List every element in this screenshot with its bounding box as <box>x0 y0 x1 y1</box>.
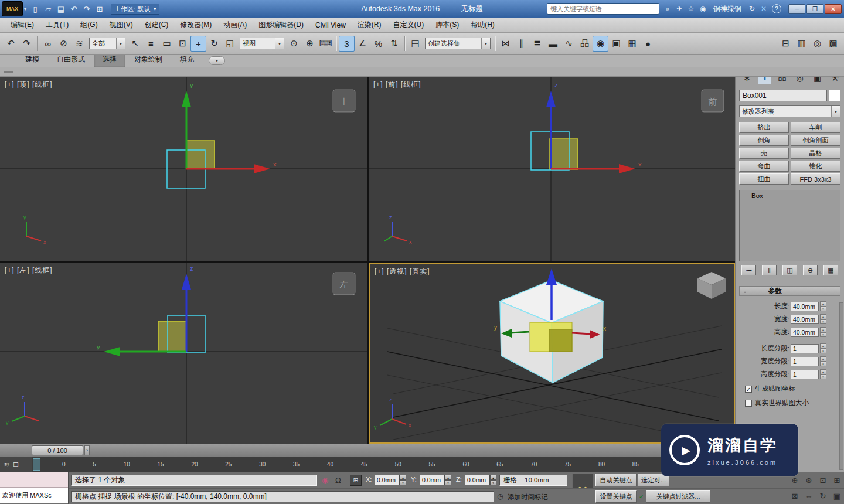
gizmo-z-arrowhead[interactable] <box>182 274 191 290</box>
select-and-rotate-icon[interactable]: ↻ <box>206 36 222 52</box>
spinner-arrows[interactable]: ▴▾ <box>820 369 826 379</box>
modifier-button[interactable]: 弯曲 <box>739 161 789 172</box>
isolate-toggle-icon[interactable]: ◎ <box>809 36 825 52</box>
ribbon-minimize-button[interactable]: ▾ <box>209 56 225 65</box>
viewport-perspective-label[interactable]: [+] [透视] [真实] <box>375 267 430 277</box>
maximize-button[interactable]: ❐ <box>806 4 823 14</box>
time-slider-handle[interactable]: 0 / 100 <box>32 445 83 455</box>
menu-item[interactable]: 编辑(E) <box>5 18 40 32</box>
menu-item[interactable]: 帮助(H) <box>465 18 501 32</box>
save-file-icon[interactable]: ▤ <box>55 2 67 15</box>
modifier-button[interactable]: 壳 <box>739 148 789 159</box>
viewport-perspective[interactable]: [+] [透视] [真实] <box>369 263 735 444</box>
menu-item[interactable]: 工具(T) <box>40 18 74 32</box>
add-time-tag[interactable]: 添加时间标记 <box>508 493 548 502</box>
generate-mapping-coords-checkbox[interactable] <box>745 386 752 393</box>
absolute-mode-icon[interactable]: ⊞ <box>350 475 362 486</box>
orbit-icon[interactable]: ↻ <box>816 488 830 504</box>
rendered-frame-window-icon[interactable]: ▦ <box>624 36 640 52</box>
redo-icon[interactable]: ↷ <box>19 36 35 52</box>
isolate-selection-icon[interactable]: ◉ <box>322 476 328 485</box>
menu-item[interactable]: 创建(C) <box>139 18 175 32</box>
listener-pane[interactable]: 欢迎使用 MAXSc <box>0 488 68 503</box>
ribbon-grip[interactable] <box>4 71 13 73</box>
spinner-arrows[interactable]: ▴▾ <box>820 343 826 353</box>
menu-item[interactable]: 图形编辑器(D) <box>253 18 309 32</box>
menu-item[interactable]: 脚本(S) <box>430 18 465 32</box>
align-icon[interactable]: ∥ <box>513 36 529 52</box>
menu-item[interactable]: 自定义(U) <box>387 18 430 32</box>
logo-caret-icon[interactable]: ▾ <box>24 6 26 12</box>
edit-named-selection-sets-icon[interactable]: ▤ <box>407 36 423 52</box>
search-box[interactable]: ⌕ <box>547 3 659 15</box>
spinner-arrows[interactable]: ▴▾ <box>400 475 406 485</box>
named-selection-sets-dropdown[interactable]: 创建选择集 ▼ <box>425 38 491 49</box>
viewport-left[interactable]: [+] [左] [线框] z y 左 z y <box>0 263 367 444</box>
make-unique-icon[interactable]: ◫ <box>782 265 797 275</box>
modifier-button[interactable]: 晶格 <box>791 148 840 159</box>
modifier-button[interactable]: 扭曲 <box>739 173 789 185</box>
show-end-result-icon[interactable]: ‖ <box>762 265 777 275</box>
search-icon[interactable]: ⌕ <box>547 4 558 12</box>
open-mini-curve-editor-icon[interactable]: ≋ <box>4 461 9 469</box>
select-and-manipulate-icon[interactable]: ⊕ <box>302 36 318 52</box>
selection-filter-dropdown[interactable]: 全部 ▼ <box>89 38 125 49</box>
key-filters-button[interactable]: 关键点过滤器... <box>646 490 710 503</box>
viewport-front-label[interactable]: [+] [前] [线框] <box>373 80 421 90</box>
username[interactable]: 钢神绿钢 <box>713 4 741 14</box>
real-world-map-size-checkbox[interactable] <box>745 400 752 407</box>
gizmo-z-arrowhead[interactable] <box>546 91 556 107</box>
project-folder-icon[interactable]: ⊞ <box>93 2 106 15</box>
menu-item[interactable]: 渲染(R) <box>352 18 387 32</box>
scene-explorer-icon[interactable]: ⊟ <box>778 36 794 52</box>
gizmo-z-arrowhead[interactable] <box>546 268 557 285</box>
spinner-snap-icon[interactable]: ⇅ <box>386 36 402 52</box>
gizmo-x-arrowhead[interactable] <box>254 164 270 173</box>
box-object[interactable] <box>550 139 578 169</box>
box-object[interactable] <box>186 141 215 169</box>
spinner-arrows[interactable]: ▴▾ <box>490 475 496 485</box>
snap-toggle-3d-icon[interactable]: 3 <box>339 36 355 52</box>
ribbon-tab-object-paint[interactable]: 对象绘制 <box>125 53 171 67</box>
gizmo-y-axis[interactable] <box>511 332 529 333</box>
length-field[interactable]: 40.0mm <box>791 302 819 311</box>
pan-icon[interactable]: ⇔ <box>802 488 816 504</box>
keyboard-override-toggle-icon[interactable]: ⌨ <box>318 36 333 52</box>
menu-item[interactable]: 组(G) <box>74 18 103 32</box>
undo-icon[interactable]: ↶ <box>3 36 19 52</box>
zoom-extents-icon[interactable]: ⊡ <box>816 472 830 488</box>
remove-modifier-icon[interactable]: ⊖ <box>803 265 818 275</box>
collapse-icon[interactable]: - <box>744 288 746 295</box>
set-key-button[interactable]: 设置关键点 <box>595 490 637 503</box>
select-and-move-icon[interactable]: + <box>190 36 206 52</box>
ribbon-tab-selection[interactable]: 选择 <box>94 53 125 67</box>
modifier-button[interactable]: 倒角 <box>739 135 789 146</box>
viewcube[interactable] <box>697 272 726 299</box>
track-selection-icon[interactable]: ⊟ <box>13 461 19 469</box>
angle-snap-icon[interactable]: ∠ <box>355 36 370 52</box>
menu-item[interactable]: 视图(V) <box>104 18 139 32</box>
chevron-down-icon[interactable]: ▼ <box>831 106 840 117</box>
window-crossing-icon[interactable]: ⊡ <box>175 36 190 52</box>
object-name-field[interactable]: Box001 <box>739 90 827 101</box>
mirror-icon[interactable]: ⋈ <box>498 36 513 52</box>
modifier-list-dropdown[interactable]: 修改器列表 ▼ <box>739 105 840 117</box>
x-coordinate-field[interactable]: 0.0mm ▴▾ <box>375 475 406 485</box>
display-toggle-icon[interactable]: ▩ <box>825 36 841 52</box>
gizmo-x-axis[interactable] <box>572 333 591 334</box>
help-icon[interactable]: ? <box>772 4 781 13</box>
spinner-arrows[interactable]: ▴▾ <box>820 356 826 366</box>
select-by-name-icon[interactable]: ≡ <box>143 36 159 52</box>
box-object[interactable] <box>158 321 186 352</box>
undo-quick-icon[interactable]: ↶ <box>67 2 80 15</box>
zoom-all-icon[interactable]: ⊛ <box>802 472 816 488</box>
viewport-top[interactable]: [+] [顶] [线框] y x 上 y x <box>0 77 367 261</box>
modifier-button[interactable]: 车削 <box>791 122 840 133</box>
user-icon[interactable]: ◉ <box>697 3 709 15</box>
auto-key-button[interactable]: 自动关键点 <box>595 474 637 486</box>
search-go-icon[interactable]: ⌕ <box>662 3 673 15</box>
render-setup-icon[interactable]: ▣ <box>608 36 624 52</box>
exchange-apps-icon[interactable]: ✕ <box>758 3 770 15</box>
rectangular-selection-region-icon[interactable]: ▭ <box>159 36 175 52</box>
panel-scrollbar[interactable] <box>839 302 843 470</box>
